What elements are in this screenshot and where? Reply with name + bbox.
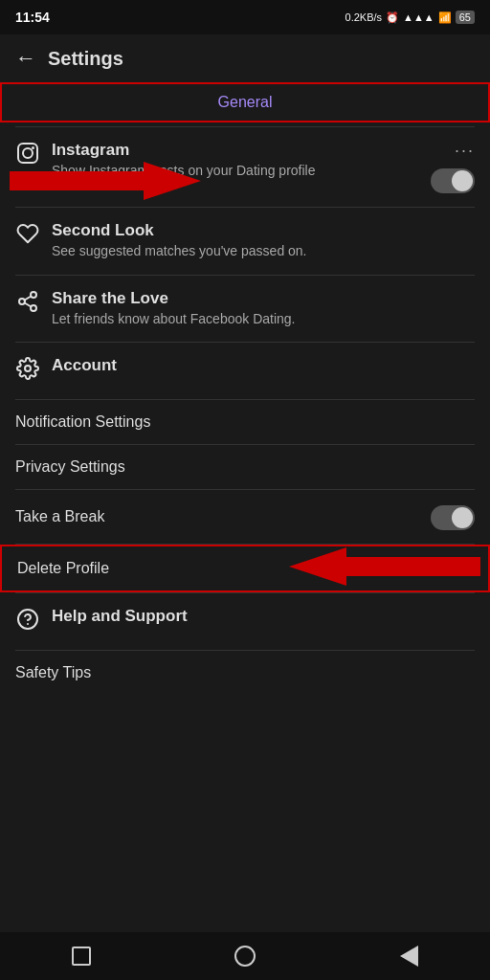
network-speed: 0.2KB/s [345,11,383,23]
take-break-toggle[interactable] [431,505,475,530]
second-look-item[interactable]: Second Look See suggested matches you've… [0,208,490,275]
status-icons: 0.2KB/s ⏰ ▲▲▲ 📶 65 [345,11,475,24]
safety-tips-item[interactable]: Safety Tips [0,651,490,695]
share-love-icon [15,290,40,319]
tab-bar: General [0,82,490,122]
status-time: 11:54 [15,10,50,25]
second-look-icon [15,222,40,251]
nav-back-button[interactable] [400,946,418,967]
battery-level: 65 [456,11,475,24]
wifi-icon: 📶 [438,11,452,24]
tab-container: General [0,82,490,122]
second-look-title: Second Look [52,221,475,240]
instagram-more-icon[interactable]: ··· [455,141,475,161]
tab-general[interactable]: General [0,82,490,122]
take-break-item[interactable]: Take a Break [0,490,490,544]
nav-square-button[interactable] [72,947,91,966]
account-icon [15,357,40,386]
delete-profile-label: Delete Profile [17,560,109,577]
share-love-subtitle: Let friends know about Facebook Dating. [52,310,475,329]
take-break-label: Take a Break [15,508,104,525]
privacy-settings-item[interactable]: Privacy Settings [0,445,490,489]
share-love-item[interactable]: Share the Love Let friends know about Fa… [0,276,490,343]
annotation-arrow-right [10,157,201,209]
nav-bar [0,932,490,980]
nav-home-button[interactable] [234,946,256,967]
svg-line-7 [25,302,32,306]
second-look-subtitle: See suggested matches you've passed on. [52,242,475,261]
alarm-icon: ⏰ [386,11,399,24]
signal-icon: ▲▲▲ [403,11,434,23]
notification-settings-item[interactable]: Notification Settings [0,400,490,444]
annotation-arrow-left [289,543,480,594]
share-love-title: Share the Love [52,289,475,308]
back-button[interactable]: ← [15,46,36,71]
svg-point-3 [32,146,34,149]
svg-marker-0 [10,162,201,200]
settings-header: ← Settings [0,34,490,82]
status-bar: 11:54 0.2KB/s ⏰ ▲▲▲ 📶 65 [0,0,490,34]
help-support-icon [15,608,40,636]
account-title: Account [52,356,475,375]
svg-marker-10 [289,547,480,586]
help-support-title: Help and Support [52,607,475,626]
instagram-toggle[interactable] [431,168,475,193]
svg-point-9 [25,366,31,371]
notification-settings-label: Notification Settings [15,413,150,431]
help-support-item[interactable]: Help and Support [0,593,490,650]
privacy-settings-label: Privacy Settings [15,458,125,476]
account-item: Account [0,343,490,399]
svg-line-8 [25,296,32,300]
page-title: Settings [48,48,123,70]
delete-profile-container: Delete Profile [0,545,490,592]
safety-tips-label: Safety Tips [15,664,91,681]
